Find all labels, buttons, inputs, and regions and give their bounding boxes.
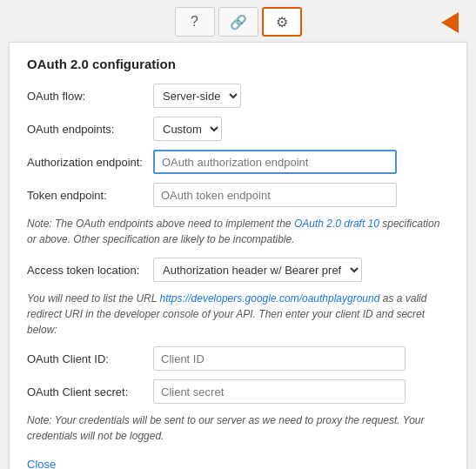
access-token-select[interactable]: Authorization header w/ Bearer prefix Qu…: [153, 258, 362, 282]
auth-endpoint-input[interactable]: [153, 150, 397, 174]
settings-icon: ⚙: [276, 14, 288, 30]
settings-button[interactable]: ⚙: [262, 7, 302, 37]
client-id-row: OAuth Client ID:: [27, 346, 449, 371]
client-secret-label: OAuth Client secret:: [27, 385, 153, 399]
help-icon: ?: [191, 14, 198, 30]
oauth-panel: OAuth 2.0 configuration OAuth flow: Serv…: [9, 42, 467, 469]
note1-text-pre: Note: The OAuth endpoints above need to …: [27, 218, 294, 230]
oauth-draft-link[interactable]: OAuth 2.0 draft 10: [294, 218, 379, 230]
token-endpoint-label: Token endpoint:: [27, 189, 153, 202]
playground-url-link[interactable]: https://developers.google.com/oauthplayg…: [160, 292, 380, 305]
auth-endpoint-row: Authorization endpoint:: [27, 150, 449, 174]
note2-pre: You will need to list the URL: [27, 292, 160, 305]
oauth-endpoints-row: OAuth endpoints: Custom Google: [27, 117, 449, 141]
token-endpoint-row: Token endpoint:: [27, 183, 449, 207]
client-secret-row: OAuth Client secret:: [27, 379, 449, 404]
redirect-note: You will need to list the URL https://de…: [27, 291, 449, 338]
token-endpoint-input[interactable]: [153, 183, 397, 207]
help-button[interactable]: ?: [175, 7, 215, 37]
oauth-endpoints-select[interactable]: Custom Google: [153, 117, 222, 141]
close-link[interactable]: Close: [27, 458, 56, 469]
endpoints-note: Note: The OAuth endpoints above need to …: [27, 216, 449, 247]
oauth-flow-select[interactable]: Server-side Client-side: [153, 84, 241, 108]
note3-text: Note: Your credentials will be sent to o…: [27, 414, 424, 442]
auth-endpoint-label: Authorization endpoint:: [27, 156, 153, 169]
link-icon: 🔗: [230, 14, 247, 30]
toolbar: ? 🔗 ⚙: [0, 0, 476, 42]
client-id-input[interactable]: [153, 346, 406, 371]
client-id-label: OAuth Client ID:: [27, 352, 153, 365]
oauth-flow-label: OAuth flow:: [27, 90, 153, 103]
oauth-endpoints-label: OAuth endpoints:: [27, 123, 153, 136]
arrow-indicator: [441, 10, 476, 35]
access-token-location-row: Access token location: Authorization hea…: [27, 258, 449, 282]
panel-title: OAuth 2.0 configuration: [27, 57, 449, 71]
access-token-label: Access token location:: [27, 264, 153, 277]
credentials-note: Note: Your credentials will be sent to o…: [27, 412, 449, 444]
link-button[interactable]: 🔗: [218, 7, 258, 37]
client-secret-input[interactable]: [153, 379, 406, 404]
oauth-flow-row: OAuth flow: Server-side Client-side: [27, 84, 449, 108]
